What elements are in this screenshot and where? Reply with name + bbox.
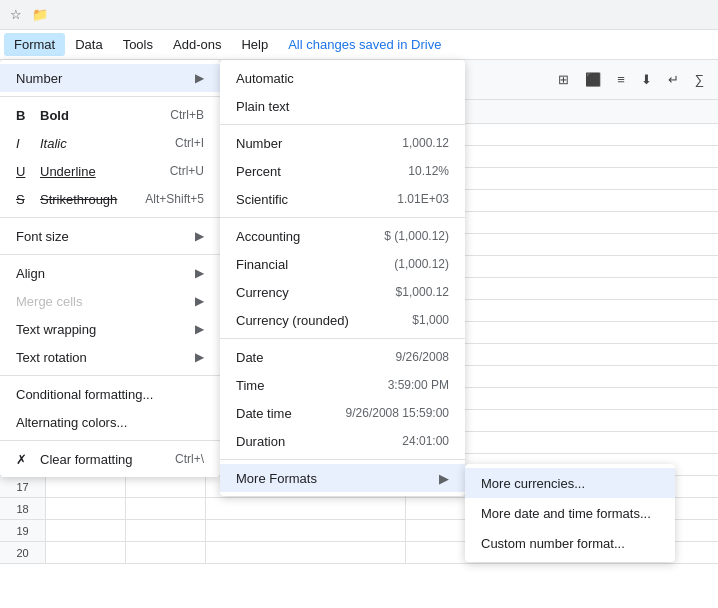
sheet-cell[interactable] bbox=[206, 520, 406, 541]
format-menu-textrotation[interactable]: Text rotation ▶ bbox=[0, 343, 220, 371]
sheet-cell[interactable] bbox=[206, 498, 406, 519]
italic-icon: I bbox=[16, 136, 36, 151]
number-financial[interactable]: Financial (1,000.12) bbox=[220, 250, 465, 278]
more-currencies[interactable]: More currencies... bbox=[465, 468, 675, 498]
format-menu-strikethrough[interactable]: S Strikethrough Alt+Shift+5 bbox=[0, 185, 220, 213]
num-sep2 bbox=[220, 217, 465, 218]
number-accounting[interactable]: Accounting $ (1,000.12) bbox=[220, 222, 465, 250]
more-formats-arrow-icon: ▶ bbox=[439, 471, 449, 486]
top-toolbar: ☆ 📁 bbox=[0, 0, 718, 30]
clear-icon: ✗ bbox=[16, 452, 36, 467]
sheet-cell[interactable] bbox=[126, 520, 206, 541]
toolbar-valign[interactable]: ⬇ bbox=[635, 68, 658, 91]
format-menu-align[interactable]: Align ▶ bbox=[0, 259, 220, 287]
fontsize-arrow-icon: ▶ bbox=[195, 229, 204, 243]
menu-item-addons[interactable]: Add-ons bbox=[163, 33, 231, 56]
custom-number-format[interactable]: Custom number format... bbox=[465, 528, 675, 558]
number-percent[interactable]: Percent 10.12% bbox=[220, 157, 465, 185]
sep4 bbox=[0, 375, 220, 376]
number-currency-rounded[interactable]: Currency (rounded) $1,000 bbox=[220, 306, 465, 334]
format-menu-bold[interactable]: B Bold Ctrl+B bbox=[0, 101, 220, 129]
number-submenu: Automatic Plain text Number 1,000.12 Per… bbox=[220, 60, 465, 496]
number-datetime[interactable]: Date time 9/26/2008 15:59:00 bbox=[220, 399, 465, 427]
format-menu-alternating[interactable]: Alternating colors... bbox=[0, 408, 220, 436]
row-number: 20 bbox=[0, 542, 46, 563]
menu-item-data[interactable]: Data bbox=[65, 33, 112, 56]
number-duration[interactable]: Duration 24:01:00 bbox=[220, 427, 465, 455]
sheet-cell[interactable] bbox=[126, 476, 206, 497]
sheet-cell[interactable] bbox=[46, 542, 126, 563]
format-menu-underline[interactable]: U Underline Ctrl+U bbox=[0, 157, 220, 185]
merge-arrow-icon: ▶ bbox=[195, 294, 204, 308]
format-menu-fontsize[interactable]: Font size ▶ bbox=[0, 222, 220, 250]
textwrap-arrow-icon: ▶ bbox=[195, 322, 204, 336]
number-date[interactable]: Date 9/26/2008 bbox=[220, 343, 465, 371]
toolbar-merge[interactable]: ⬛ bbox=[579, 68, 607, 91]
more-date-time[interactable]: More date and time formats... bbox=[465, 498, 675, 528]
row-number: 19 bbox=[0, 520, 46, 541]
sheet-cell[interactable] bbox=[46, 476, 126, 497]
sep5 bbox=[0, 440, 220, 441]
format-menu-clearformatting[interactable]: ✗ Clear formatting Ctrl+\ bbox=[0, 445, 220, 473]
format-menu-number[interactable]: Number ▶ bbox=[0, 64, 220, 92]
more-formats-submenu: More currencies... More date and time fo… bbox=[465, 464, 675, 562]
folder-icon[interactable]: 📁 bbox=[32, 7, 48, 23]
sep3 bbox=[0, 254, 220, 255]
toolbar-border[interactable]: ⊞ bbox=[552, 68, 575, 91]
number-arrow-icon: ▶ bbox=[195, 71, 204, 85]
format-menu-merge: Merge cells ▶ bbox=[0, 287, 220, 315]
bold-icon: B bbox=[16, 108, 36, 123]
textrotation-arrow-icon: ▶ bbox=[195, 350, 204, 364]
number-scientific[interactable]: Scientific 1.01E+03 bbox=[220, 185, 465, 213]
align-arrow-icon: ▶ bbox=[195, 266, 204, 280]
sheet-cell[interactable] bbox=[46, 498, 126, 519]
menu-item-tools[interactable]: Tools bbox=[113, 33, 163, 56]
number-currency[interactable]: Currency $1,000.12 bbox=[220, 278, 465, 306]
toolbar-wrap[interactable]: ↵ bbox=[662, 68, 685, 91]
sep2 bbox=[0, 217, 220, 218]
number-time[interactable]: Time 3:59:00 PM bbox=[220, 371, 465, 399]
row-number: 18 bbox=[0, 498, 46, 519]
sheet-cell[interactable] bbox=[126, 498, 206, 519]
format-menu-textwrap[interactable]: Text wrapping ▶ bbox=[0, 315, 220, 343]
toolbar-align[interactable]: ≡ bbox=[611, 68, 631, 91]
toolbar-function[interactable]: ∑ bbox=[689, 68, 710, 91]
format-menu-conditional[interactable]: Conditional formatting... bbox=[0, 380, 220, 408]
sheet-cell[interactable] bbox=[46, 520, 126, 541]
sheet-cell[interactable] bbox=[206, 542, 406, 563]
strike-icon: S bbox=[16, 192, 36, 207]
drive-status: All changes saved in Drive bbox=[288, 37, 714, 52]
num-sep3 bbox=[220, 338, 465, 339]
number-more-formats[interactable]: More Formats ▶ bbox=[220, 464, 465, 492]
num-sep1 bbox=[220, 124, 465, 125]
menu-bar: Format Data Tools Add-ons Help All chang… bbox=[0, 30, 718, 60]
row-number: 17 bbox=[0, 476, 46, 497]
menu-item-help[interactable]: Help bbox=[231, 33, 278, 56]
menu-item-format[interactable]: Format bbox=[4, 33, 65, 56]
sep1 bbox=[0, 96, 220, 97]
star-icon[interactable]: ☆ bbox=[8, 7, 24, 23]
underline-icon: U bbox=[16, 164, 36, 179]
format-menu: Number ▶ B Bold Ctrl+B I Italic Ctrl+I U… bbox=[0, 60, 220, 477]
number-plaintext[interactable]: Plain text bbox=[220, 92, 465, 120]
sheet-cell[interactable] bbox=[126, 542, 206, 563]
number-automatic[interactable]: Automatic bbox=[220, 64, 465, 92]
format-menu-italic[interactable]: I Italic Ctrl+I bbox=[0, 129, 220, 157]
num-sep4 bbox=[220, 459, 465, 460]
number-number[interactable]: Number 1,000.12 bbox=[220, 129, 465, 157]
